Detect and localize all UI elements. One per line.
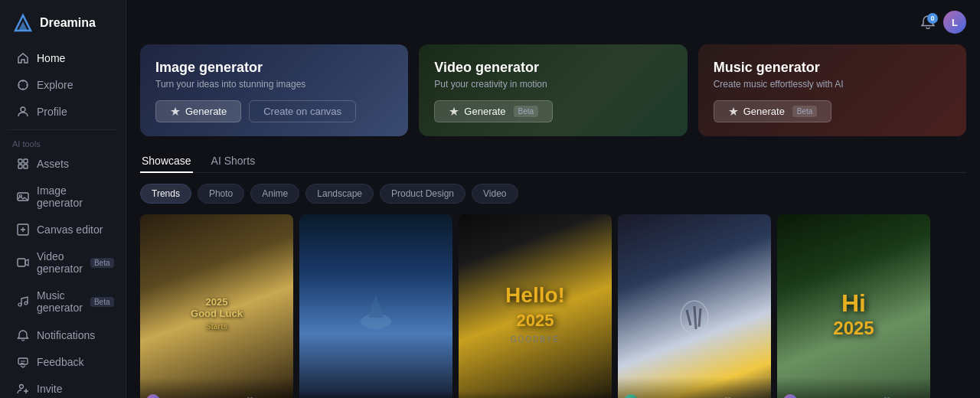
svg-line-20 <box>694 306 696 329</box>
image-item-3[interactable]: Hello!2025 GOODBYE <box>459 214 612 398</box>
svg-rect-4 <box>18 159 22 163</box>
sidebar-item-video-generator[interactable]: Video generator Beta <box>5 243 121 282</box>
showcase-tabs: Showcase AI Shorts <box>140 150 966 173</box>
notification-count: 0 <box>927 13 938 24</box>
filter-video[interactable]: Video <box>472 184 518 204</box>
tab-showcase-label: Showcase <box>142 155 191 167</box>
image-gen-generate-button[interactable]: Generate <box>155 100 241 122</box>
notifications-icon <box>17 329 29 341</box>
image-overlay-text-2 <box>299 214 452 398</box>
music-gen-generate-button[interactable]: Generate Beta <box>714 100 832 122</box>
sidebar-label-music-gen: Music generator <box>37 289 83 314</box>
video-gen-btn1-label: Generate <box>464 106 505 117</box>
image-item-1[interactable]: 2025Good LuckStarts Lucia.dreamina 8 <box>140 214 293 398</box>
video-generator-card: Video generator Put your creativity in m… <box>419 44 687 136</box>
filter-product-design-label: Product Design <box>391 188 454 199</box>
home-icon <box>17 52 29 64</box>
image-bg-5: Hi 2025 <box>777 214 930 398</box>
author-avatar-1 <box>146 394 160 398</box>
invite-icon <box>17 383 29 395</box>
music-gen-buttons: Generate Beta <box>714 100 951 122</box>
video-gen-desc: Put your creativity in motion <box>434 79 671 90</box>
image-bg-4 <box>618 214 771 398</box>
music-gen-desc: Create music effortlessly with AI <box>714 79 951 90</box>
image-label-1: 2025Good LuckStarts <box>191 296 243 332</box>
filter-photo-label: Photo <box>209 188 233 199</box>
logo[interactable]: Dreamina <box>0 8 126 44</box>
filter-photo[interactable]: Photo <box>198 184 244 204</box>
filter-trends[interactable]: Trends <box>140 184 191 204</box>
sidebar-item-canvas-editor[interactable]: Canvas editor <box>5 217 121 243</box>
video-gen-beta-tag: Beta <box>514 106 539 117</box>
image-overlay-text-4 <box>618 214 771 398</box>
main-content: 0 L Image generator Turn your ideas into… <box>126 0 980 398</box>
filter-anime[interactable]: Anime <box>250 184 299 204</box>
image-gen-btn1-label: Generate <box>185 106 227 117</box>
notification-button[interactable]: 0 <box>920 15 936 30</box>
image-item-4[interactable]: dira 2 33 <box>618 214 771 398</box>
assets-icon <box>17 158 29 170</box>
tab-showcase[interactable]: Showcase <box>140 150 193 173</box>
svg-point-13 <box>24 302 28 305</box>
tab-ai-shorts[interactable]: AI Shorts <box>210 150 257 173</box>
sidebar-label-notifications: Notifications <box>37 329 95 341</box>
author-avatar-5 <box>783 394 797 398</box>
image-overlay-text-3: Hello!2025 GOODBYE <box>459 214 612 398</box>
video-beta-badge: Beta <box>90 258 114 268</box>
image-bg-1: 2025Good LuckStarts <box>140 214 293 398</box>
filter-product-design[interactable]: Product Design <box>380 184 466 204</box>
svg-line-21 <box>699 308 701 327</box>
tools-label: AI tools <box>0 135 126 150</box>
explore-icon <box>17 79 29 91</box>
avatar-initials: L <box>952 17 958 28</box>
image-item-2[interactable] <box>299 214 452 398</box>
svg-point-15 <box>20 385 24 389</box>
dreamina-logo-icon <box>12 12 34 34</box>
image-generator-icon <box>17 191 29 203</box>
filter-pills: Trends Photo Anime Landscape Product Des… <box>140 184 966 204</box>
image-bg-3: Hello!2025 GOODBYE <box>459 214 612 398</box>
sidebar-item-profile[interactable]: Profile <box>5 99 121 125</box>
music-generator-card: Music generator Create music effortlessl… <box>698 44 966 136</box>
sidebar-item-invite[interactable]: Invite <box>5 376 121 398</box>
svg-rect-7 <box>24 165 28 168</box>
video-gen-generate-button[interactable]: Generate Beta <box>434 100 553 122</box>
svg-marker-17 <box>368 295 384 318</box>
sidebar-item-notifications[interactable]: Notifications <box>5 322 121 348</box>
filter-landscape[interactable]: Landscape <box>305 184 374 204</box>
image-item-5[interactable]: Hi 2025 Lucia.dreamina 4 <box>777 214 930 398</box>
sidebar-item-feedback[interactable]: Feedback <box>5 349 121 375</box>
image-gen-canvas-button[interactable]: Create on canvas <box>249 100 356 122</box>
sidebar-item-assets[interactable]: Assets <box>5 151 121 177</box>
sparkle-icon <box>170 106 181 117</box>
image-generator-card: Image generator Turn your ideas into stu… <box>140 44 408 136</box>
sidebar-item-home[interactable]: Home <box>5 45 121 71</box>
topbar: 0 L <box>140 11 966 34</box>
sidebar-label-assets: Assets <box>37 158 69 170</box>
sidebar-item-image-generator[interactable]: Image generator <box>5 178 121 216</box>
image-bg-2 <box>299 214 452 398</box>
filter-anime-label: Anime <box>262 188 288 199</box>
sidebar-item-explore[interactable]: Explore <box>5 72 121 98</box>
sparkle-icon-3 <box>728 106 739 117</box>
sidebar-label-explore: Explore <box>37 79 73 91</box>
filter-trends-label: Trends <box>152 188 180 199</box>
image-author-5: Lucia.dreamina <box>783 394 858 398</box>
user-avatar[interactable]: L <box>943 11 966 34</box>
image-footer-2 <box>299 391 452 398</box>
music-gen-btn1-label: Generate <box>743 106 785 117</box>
topbar-icons: 0 L <box>920 11 966 34</box>
sidebar-label-image-gen: Image generator <box>37 184 109 209</box>
image-gen-desc: Turn your ideas into stunning images <box>155 79 393 90</box>
filter-landscape-label: Landscape <box>317 188 362 199</box>
filter-video-label: Video <box>483 188 506 199</box>
sidebar-bottom: Notifications Feedback Invite <box>0 321 126 398</box>
tab-ai-shorts-label: AI Shorts <box>211 155 256 167</box>
author-avatar-4 <box>624 394 638 398</box>
sidebar-item-music-generator[interactable]: Music generator Beta <box>5 282 121 321</box>
video-gen-title: Video generator <box>434 60 671 76</box>
video-generator-icon <box>17 256 29 269</box>
profile-icon <box>17 106 29 118</box>
sidebar-divider <box>8 129 118 130</box>
logo-text: Dreamina <box>40 16 96 30</box>
